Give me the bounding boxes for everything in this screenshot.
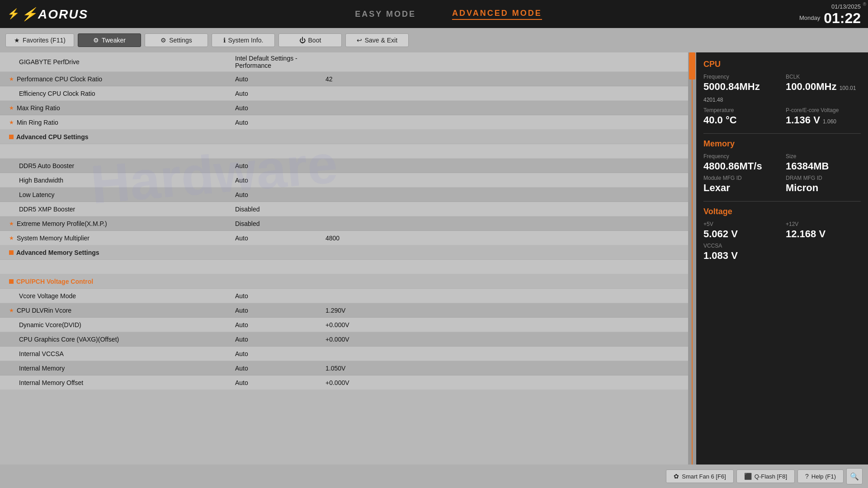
setting-row[interactable]: ★ Extreme Memory Profile(X.M.P.) Disable… (0, 216, 688, 231)
favorite-star[interactable]: ★ (9, 105, 14, 111)
setting-name-text: Internal VCCSA (19, 350, 64, 357)
cpu-title: CPU (703, 60, 861, 69)
setting-row[interactable]: Advanced Memory Settings (0, 245, 688, 260)
voltage-title: Voltage (703, 207, 861, 216)
search-button[interactable]: 🔍 (846, 468, 863, 484)
module-label: Module MFG ID (703, 175, 778, 181)
settings-panel: Hardware GIGABYTE PerfDrive Intel Defaul… (0, 52, 688, 465)
cpu-temp-label: Temperature (703, 107, 778, 113)
setting-name: DDR5 XMP Booster (9, 206, 235, 213)
scrollbar-thumb[interactable] (689, 52, 695, 80)
cpu-temp-col: Temperature 40.0 °C (703, 107, 778, 126)
pcore-voltage-label: P-core/E-core Voltage (786, 107, 861, 113)
setting-name-text: Max Ring Ratio (17, 104, 60, 112)
mem-size-label: Size (786, 153, 861, 160)
smart-fan-button[interactable]: ✿ Smart Fan 6 [F6] (666, 469, 734, 483)
v5-label: +5V (703, 221, 778, 227)
setting-value: Auto (235, 235, 326, 242)
memory-title: Memory (703, 139, 861, 149)
tweaker-button[interactable]: ⚙ Tweaker (78, 33, 141, 47)
setting-value: Disabled (235, 206, 326, 213)
save-exit-button[interactable]: ↩ Save & Exit (345, 33, 409, 47)
mem-size-value: 16384MB (786, 160, 861, 172)
system-info-button[interactable]: ℹ System Info. (212, 33, 275, 47)
setting-name: ★ Max Ring Ratio (9, 104, 235, 112)
favorite-star[interactable]: ★ (9, 76, 14, 82)
setting-name-text: CPU DLVRin Vcore (17, 307, 71, 314)
setting-value: Auto (235, 177, 326, 184)
setting-value2: 1.290V (326, 307, 393, 314)
boot-button[interactable]: ⏻ Boot (278, 33, 342, 47)
help-button[interactable]: ? Help (F1) (797, 469, 844, 483)
favorites-label: Favorites (F11) (23, 37, 66, 44)
cpu-section: CPU Frequency 5000.84MHz 4201.48 BCLK 10… (703, 60, 861, 126)
favorite-star[interactable]: ★ (9, 119, 14, 126)
setting-row[interactable]: ★ Min Ring Ratio Auto (0, 115, 688, 130)
favorite-star[interactable]: ★ (9, 307, 14, 314)
setting-name-text: Advanced Memory Settings (16, 249, 99, 256)
info-icon: ℹ (223, 37, 226, 44)
setting-row[interactable]: DDR5 XMP Booster Disabled (0, 202, 688, 216)
setting-value2: 42 (326, 75, 393, 83)
vccsa-label: VCCSA (703, 243, 778, 249)
favorite-star[interactable]: ★ (9, 221, 14, 227)
save-exit-label: Save & Exit (365, 37, 397, 44)
settings-label: Settings (169, 37, 192, 44)
setting-name-text: Vcore Voltage Mode (19, 292, 76, 300)
setting-row[interactable]: CPU/PCH Voltage Control (0, 274, 688, 289)
setting-row[interactable]: Efficiency CPU Clock Ratio Auto (0, 86, 688, 101)
setting-row[interactable]: Advanced CPU Settings (0, 130, 688, 144)
datetime-area: 01/13/2025 Monday 01:22 (799, 3, 861, 25)
setting-row[interactable]: Dynamic Vcore(DVID) Auto +0.000V (0, 318, 688, 332)
setting-value: Auto (235, 90, 326, 97)
cpu-frequency-col: Frequency 5000.84MHz 4201.48 (703, 74, 778, 104)
setting-row (0, 260, 688, 274)
setting-name: Efficiency CPU Clock Ratio (9, 90, 235, 97)
bottom-bar: ✿ Smart Fan 6 [F6] ⬛ Q-Flash [F8] ? Help… (0, 465, 868, 488)
setting-name: ★ Performance CPU Clock Ratio (9, 75, 235, 83)
setting-name-text: DDR5 Auto Booster (19, 162, 74, 169)
setting-name-text: Dynamic Vcore(DVID) (19, 321, 81, 328)
smart-fan-label: Smart Fan 6 [F6] (682, 473, 726, 480)
setting-row[interactable]: Low Latency Auto (0, 188, 688, 202)
scrollbar-line (692, 80, 693, 465)
setting-row[interactable]: ★ Performance CPU Clock Ratio Auto 42 (0, 72, 688, 86)
setting-row[interactable]: Internal VCCSA Auto (0, 347, 688, 361)
setting-row[interactable]: Internal Memory Offset Auto +0.000V (0, 375, 688, 390)
setting-row[interactable]: High Bandwidth Auto (0, 173, 688, 188)
scrollbar-track[interactable] (688, 52, 696, 465)
advanced-mode-tab[interactable]: ADVANCED MODE (452, 9, 542, 20)
mem-frequency-label: Frequency (703, 153, 778, 160)
fan-icon: ✿ (674, 473, 679, 480)
qflash-button[interactable]: ⬛ Q-Flash [F8] (736, 469, 795, 483)
pcore-voltage-col: P-core/E-core Voltage 1.136 V 1.060 (786, 107, 861, 126)
day-display: Monday (799, 14, 820, 21)
cpu-frequency-sub: 4201.48 (703, 97, 723, 103)
setting-name-text: Min Ring Ratio (17, 119, 58, 126)
settings-button[interactable]: ⚙ Settings (145, 33, 208, 47)
memory-info-grid: Frequency 4800.86MT/s Size 16384MB Modul… (703, 153, 861, 194)
pcore-voltage-main: 1.136 V (786, 114, 820, 126)
setting-row[interactable]: Internal Memory Auto 1.050V (0, 361, 688, 375)
registered-symbol: ® (863, 2, 866, 7)
qflash-icon: ⬛ (744, 473, 752, 480)
setting-row[interactable]: ★ CPU DLVRin Vcore Auto 1.290V (0, 303, 688, 318)
easy-mode-tab[interactable]: EASY MODE (355, 9, 416, 19)
setting-name-text: Efficiency CPU Clock Ratio (19, 90, 95, 97)
setting-value: Auto (235, 119, 326, 126)
setting-row[interactable]: ★ Max Ring Ratio Auto (0, 101, 688, 115)
setting-row[interactable]: GIGABYTE PerfDrive Intel Default Setting… (0, 52, 688, 72)
setting-row[interactable]: ★ System Memory Multiplier Auto 4800 (0, 231, 688, 245)
favorite-star[interactable]: ★ (9, 235, 14, 241)
setting-row[interactable]: Vcore Voltage Mode Auto (0, 289, 688, 303)
setting-row[interactable]: CPU Graphics Core (VAXG)(Offset) Auto +0… (0, 332, 688, 347)
favorites-button[interactable]: ★ Favorites (F11) (5, 33, 74, 47)
save-icon: ↩ (357, 37, 362, 44)
nav-bar: ★ Favorites (F11) ⚙ Tweaker ⚙ Settings ℹ… (0, 28, 868, 52)
setting-name-text: Performance CPU Clock Ratio (17, 75, 102, 83)
dram-col: DRAM MFG ID Micron (786, 175, 861, 194)
setting-name: ★ Min Ring Ratio (9, 119, 235, 126)
setting-row[interactable]: DDR5 Auto Booster Auto (0, 159, 688, 173)
setting-name-text: Internal Memory (19, 365, 65, 372)
setting-value: Auto (235, 365, 326, 372)
